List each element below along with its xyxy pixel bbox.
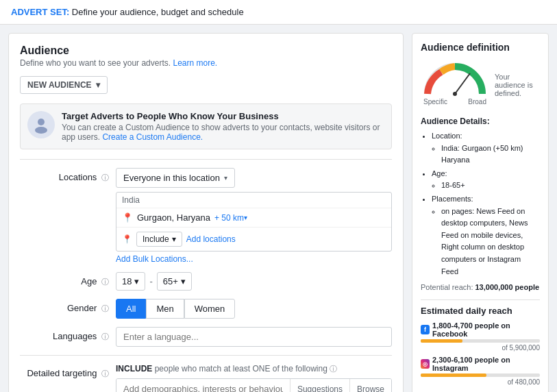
location-dropdown-value: Everyone in this location (123, 173, 220, 183)
locations-control: Everyone in this location ▾ India 📍 Gurg… (116, 168, 392, 264)
advert-set-subtitle: Define your audience, budget and schedul… (72, 7, 244, 17)
svg-line-2 (455, 73, 470, 94)
chevron-down-icon: ▾ (224, 174, 227, 182)
audience-details-title: Audience Details: (421, 117, 540, 126)
svg-point-1 (35, 127, 47, 134)
specific-label: Specific (423, 98, 447, 106)
targeting-header-info-icon[interactable]: ⓘ (330, 365, 337, 373)
location-pin-icon: 📍 (122, 212, 133, 223)
instagram-reach-platform: ◎ 2,300-6,100 people on Instagram (421, 356, 540, 372)
instagram-reach-of: of 480,000 (421, 378, 540, 386)
detail-location: Location: India: Gurgaon (+50 km) Haryan… (432, 130, 540, 167)
audience-definition-title: Audience definition (421, 42, 540, 53)
radius-dropdown[interactable]: + 50 km (214, 213, 244, 223)
detail-placements: Placements: on pages: News Feed on deskt… (432, 193, 540, 278)
instagram-reach-bar (421, 373, 486, 377)
radius-chevron-icon: ▾ (244, 214, 247, 221)
detailed-targeting-control: INCLUDE people who match at least ONE of… (116, 364, 392, 392)
gauge-labels: Specific Broad (421, 98, 489, 106)
facebook-reach-row: f 1,800-4,700 people on Facebook of 5,90… (421, 321, 540, 352)
audience-details: Audience Details: Location: India: Gurga… (421, 117, 540, 278)
left-panel: Audience Define who you want to see your… (8, 33, 404, 392)
main-layout: Audience Define who you want to see your… (0, 25, 557, 392)
age-max-value: 65+ (163, 276, 178, 286)
custom-audience-icon (27, 111, 55, 138)
targeting-header: INCLUDE people who match at least ONE of… (116, 364, 392, 374)
divider-2 (20, 355, 392, 356)
age-control: 18 ▾ - 65+ ▾ (116, 272, 392, 291)
audience-details-list: Location: India: Gurgaon (+50 km) Haryan… (421, 130, 540, 278)
gender-buttons: All Men Women (116, 299, 392, 319)
include-dropdown[interactable]: Include ▾ (136, 232, 182, 247)
location-dropdown[interactable]: Everyone in this location ▾ (116, 168, 235, 188)
age-max-dropdown[interactable]: 65+ ▾ (157, 272, 192, 291)
svg-point-3 (453, 92, 457, 96)
facebook-reach-platform: f 1,800-4,700 people on Facebook (421, 321, 540, 338)
browse-button[interactable]: Browse (349, 379, 391, 392)
location-box: India 📍 Gurgaon, Haryana + 50 km ▾ 📍 Inc… (116, 192, 392, 252)
age-min-dropdown[interactable]: 18 ▾ (116, 272, 145, 291)
languages-info-icon[interactable]: ⓘ (101, 332, 109, 341)
detail-placements-value: on pages: News Feed on desktop computers… (441, 206, 540, 278)
audience-title: Audience (20, 45, 392, 57)
targeting-input[interactable] (116, 379, 290, 392)
potential-reach-value: 13,000,000 people (475, 283, 540, 291)
detailed-targeting-row: Detailed targeting ⓘ INCLUDE people who … (20, 364, 392, 392)
languages-label: Languages ⓘ (20, 327, 109, 342)
chevron-down-icon: ▾ (134, 276, 139, 286)
gender-control: All Men Women (116, 299, 392, 319)
custom-audience-description: You can create a Custom Audience to show… (62, 123, 384, 142)
include-row: 📍 Include ▾ Add locations (116, 228, 391, 251)
gender-info-icon[interactable]: ⓘ (101, 304, 109, 313)
instagram-reach-text: 2,300-6,100 people on Instagram (432, 356, 540, 372)
language-input[interactable] (116, 327, 392, 347)
add-locations-link[interactable]: Add locations (186, 234, 236, 244)
languages-row: Languages ⓘ (20, 327, 392, 347)
add-bulk-locations-link[interactable]: Add Bulk Locations... (116, 254, 392, 264)
audience-subtitle: Define who you want to see your adverts.… (20, 58, 392, 68)
new-audience-button[interactable]: NEW AUDIENCE ▾ (20, 76, 108, 94)
chevron-down-icon: ▾ (96, 80, 100, 90)
create-custom-audience-link[interactable]: Create a Custom Audience. (102, 132, 203, 142)
targeting-header-text: people who match at least ONE of the fol… (155, 364, 327, 373)
estimated-daily-title: Estimated daily reach (421, 299, 540, 316)
svg-point-0 (38, 119, 45, 125)
detail-age: Age: 18-65+ (432, 168, 540, 192)
broad-label: Broad (468, 98, 486, 106)
gender-all-button[interactable]: All (116, 299, 146, 319)
facebook-reach-bar (421, 339, 462, 343)
facebook-icon: f (421, 325, 430, 334)
age-separator: - (149, 276, 152, 286)
audience-defined-text: Your audience is defined. (489, 73, 540, 97)
suggestions-button[interactable]: Suggestions (290, 379, 349, 392)
gender-men-button[interactable]: Men (146, 299, 184, 319)
targeting-input-row: Suggestions Browse (116, 378, 392, 392)
gender-label: Gender ⓘ (20, 299, 109, 314)
gauge-wrapper: Specific Broad Your audience is defined. (421, 60, 540, 110)
advert-set-label: ADVERT SET: (11, 7, 69, 17)
map-pin-icon: 📍 (122, 234, 132, 244)
include-label: Include (143, 234, 169, 244)
learn-more-link[interactable]: Learn more. (173, 58, 217, 68)
age-row: Age ⓘ 18 ▾ - 65+ ▾ (20, 272, 392, 291)
locations-row: Locations ⓘ Everyone in this location ▾ … (20, 168, 392, 264)
right-panel: Audience definition Specific (412, 33, 549, 392)
detail-location-value: India: Gurgaon (+50 km) Haryana (441, 143, 540, 167)
potential-reach: Potential reach: 13,000,000 people (421, 283, 540, 291)
instagram-reach-row: ◎ 2,300-6,100 people on Instagram of 480… (421, 356, 540, 386)
location-city-row: 📍 Gurgaon, Haryana + 50 km ▾ (116, 208, 391, 228)
age-info-icon[interactable]: ⓘ (101, 278, 109, 286)
languages-control (116, 327, 392, 347)
locations-info-icon[interactable]: ⓘ (101, 173, 109, 182)
location-city: Gurgaon, Haryana (137, 212, 210, 223)
facebook-total: of 5,900,000 (502, 344, 540, 352)
custom-audience-text: Target Adverts to People Who Know Your B… (62, 111, 384, 142)
gauge-chart (421, 60, 489, 98)
detailed-targeting-info-icon[interactable]: ⓘ (101, 369, 109, 378)
instagram-total: of 480,000 (508, 378, 540, 386)
country-label: India (116, 193, 391, 208)
potential-reach-label: Potential reach: (421, 283, 473, 291)
detail-age-value: 18-65+ (441, 180, 540, 192)
gender-women-button[interactable]: Women (184, 299, 236, 319)
age-min-value: 18 (122, 276, 132, 286)
